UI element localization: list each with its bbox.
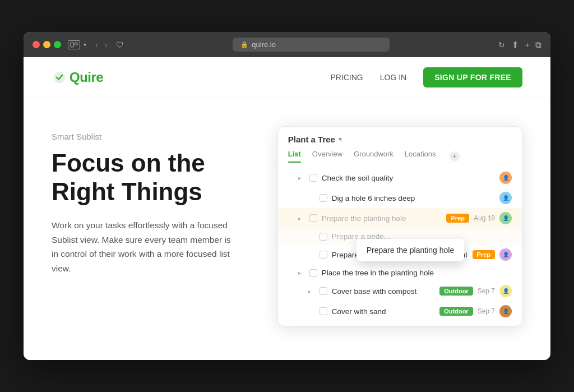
lock-icon: 🔒 [240,41,248,48]
shield-icon: 🛡 [116,40,124,49]
nav-arrows: ‹ › [93,39,109,50]
svg-rect-0 [71,43,73,47]
browser-right-actions: ⬆ + ⧉ [512,40,541,50]
expand-icon[interactable]: ▸ [298,270,305,276]
avatar: 👤 [499,192,512,204]
svg-rect-1 [75,43,77,45]
nav-links: PRICING LOG IN SIGN UP FOR FREE [330,67,522,87]
table-row: ▸ Cover base with compost Outdoor Sep 7 … [278,281,522,301]
expand-icon[interactable]: ▸ [308,288,315,294]
task-text: Check the soil quality [322,174,495,182]
project-dropdown-icon[interactable]: ▾ [339,136,342,143]
task-text: Prepare the planting hole [322,214,442,223]
project-name: Plant a Tree [288,135,335,144]
logo-text: Quire [70,70,103,85]
status-badge: Outdoor [439,307,473,316]
tooltip-text: Prepare the planting hole [367,246,454,255]
table-row: ▸ Check the soil quality 👤 [278,168,522,188]
url-text: quire.io [252,40,276,49]
task-date: Sep 7 [478,287,495,295]
page-content: Quire PRICING LOG IN SIGN UP FOR FREE Sm… [24,57,550,360]
address-bar-container: 🔒 quire.io [131,38,492,52]
back-arrow[interactable]: ‹ [93,39,100,50]
task-text: Dig a hole 6 inches deep [332,194,495,202]
task-checkbox[interactable] [309,174,317,182]
app-header: Plant a Tree ▾ List Overview Groundwork … [278,127,522,163]
share-icon[interactable]: ⬆ [512,40,519,50]
task-checkbox[interactable] [309,269,317,277]
table-row: Cover with sand Outdoor Sep 7 👤 [278,301,522,321]
signup-button[interactable]: SIGN UP FOR FREE [423,67,522,87]
task-text: Place the tree in the planting hole [322,269,512,277]
table-row: ▸ Prepare the planting hole Prep Aug 18 … [278,208,522,228]
tab-locations[interactable]: Locations [405,150,436,163]
avatar: 👤 [499,305,512,317]
tab-list[interactable]: List [288,150,301,163]
table-row: Dig a hole 6 inches deep 👤 [278,188,522,208]
tab-groundwork[interactable]: Groundwork [354,150,394,163]
hero-section: Smart Sublist Focus on the Right Things … [24,98,550,360]
task-list: ▸ Check the soil quality 👤 Dig a hole 6 … [278,163,522,326]
avatar: 👤 [499,172,512,184]
minimize-button[interactable] [43,41,50,48]
table-row: ▸ Place the tree in the planting hole [278,265,522,281]
browser-chrome: ▾ ‹ › 🛡 🔒 quire.io ↻ ⬆ + ⧉ [24,32,550,57]
task-text: Cover base with compost [332,287,436,296]
dropdown-chevron-icon: ▾ [84,41,86,48]
task-date: Aug 18 [474,214,495,222]
tooltip-popup: Prepare the planting hole [357,239,464,261]
hero-text: Smart Sublist Focus on the Right Things … [52,126,255,275]
hero-description: Work on your tasks effortlessly with a f… [52,218,231,275]
close-button[interactable] [33,41,40,48]
status-badge: Outdoor [439,287,473,296]
logo: Quire [52,70,330,85]
avatar: 👤 [499,285,512,297]
status-badge: Prep [446,214,469,223]
add-tab-button[interactable]: + [450,151,460,162]
expand-icon[interactable]: ▸ [298,215,305,222]
task-checkbox[interactable] [320,251,327,259]
new-tab-icon[interactable]: + [525,40,530,49]
browser-window: ▾ ‹ › 🛡 🔒 quire.io ↻ ⬆ + ⧉ [24,32,550,360]
tabs-icon[interactable]: ⧉ [535,40,541,50]
traffic-lights [33,41,61,48]
avatar: 👤 [499,212,512,224]
task-text: Cover with sand [332,307,436,316]
project-title: Plant a Tree ▾ [288,135,512,144]
pricing-link[interactable]: PRICING [330,73,363,82]
avatar: 👤 [499,248,512,261]
app-mockup: Plant a Tree ▾ List Overview Groundwork … [277,126,522,326]
status-badge: Prep [473,250,495,259]
task-checkbox[interactable] [320,194,327,202]
task-checkbox[interactable] [320,233,327,241]
task-checkbox[interactable] [320,287,327,295]
navbar: Quire PRICING LOG IN SIGN UP FOR FREE [24,57,550,98]
tab-overview[interactable]: Overview [312,150,342,163]
app-tabs: List Overview Groundwork Locations + [288,150,512,163]
reload-icon[interactable]: ↻ [498,40,505,49]
forward-arrow[interactable]: › [103,39,110,50]
logo-icon [52,70,67,85]
hero-title: Focus on the Right Things [52,149,255,206]
expand-icon[interactable]: ▸ [298,175,305,181]
login-link[interactable]: LOG IN [380,73,406,82]
task-checkbox[interactable] [320,307,327,315]
address-bar[interactable]: 🔒 quire.io [233,38,390,52]
task-date: Sep 7 [478,307,495,315]
window-controls: ▾ [68,40,86,49]
task-checkbox[interactable] [309,214,317,222]
maximize-button[interactable] [54,41,61,48]
tab-icon [68,40,80,49]
hero-subtitle: Smart Sublist [52,132,255,141]
